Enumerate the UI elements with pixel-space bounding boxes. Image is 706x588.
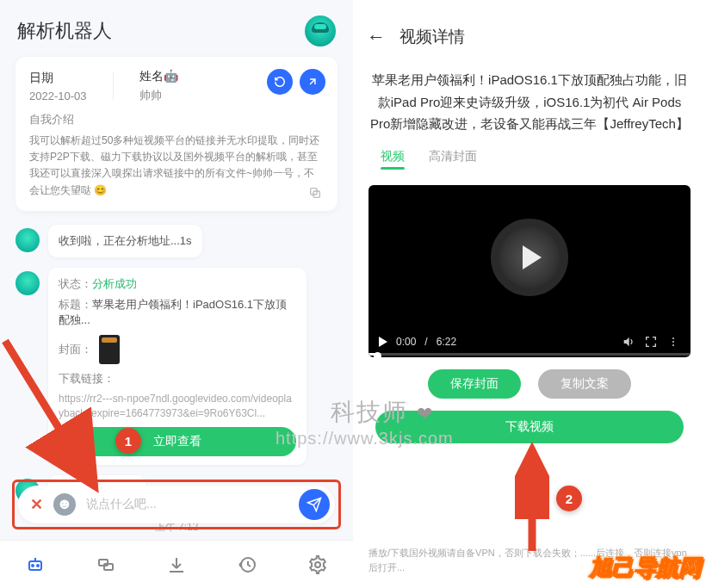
bottom-nav xyxy=(0,540,353,588)
message-input[interactable]: 说点什么吧... xyxy=(86,497,288,512)
play-button-large[interactable] xyxy=(491,219,568,296)
share-button[interactable] xyxy=(300,69,325,95)
status-value: 分析成功 xyxy=(92,277,137,290)
bot-message-result: 状态：分析成功 标题：苹果老用户领福利！iPadOS16.1下放顶配独... 封… xyxy=(48,268,307,466)
video-progress-thumb[interactable] xyxy=(374,352,381,357)
copy-icon[interactable] xyxy=(308,186,322,200)
left-pane-chatbot: 解析机器人 日期 2022-10-03 姓名🤖 帅帅 自我介绍 我可以解析超过5… xyxy=(0,0,353,588)
video-progress[interactable] xyxy=(368,353,691,356)
download-url: https://rr2---sn-npoe7ndl.googlevideo.co… xyxy=(59,392,296,421)
chat-title: 解析机器人 xyxy=(17,18,112,44)
action-buttons: 保存封面 复制文案 xyxy=(353,369,706,399)
bot-avatar-small xyxy=(15,271,40,295)
emoji-icon[interactable] xyxy=(53,493,76,516)
right-pane-video-detail: ← 视频详情 苹果老用户领福利！iPadOS16.1下放顶配独占功能，旧款iPa… xyxy=(353,0,706,588)
divider xyxy=(113,71,114,101)
play-icon-small[interactable] xyxy=(379,337,387,347)
bot-avatar-small xyxy=(15,228,40,252)
fullscreen-icon[interactable] xyxy=(644,335,658,349)
tab-download[interactable] xyxy=(141,541,212,588)
message-row: 收到啦，正在分析地址...1s xyxy=(0,220,353,263)
bot-avatar[interactable] xyxy=(305,15,336,46)
send-button[interactable] xyxy=(299,489,330,520)
svg-point-8 xyxy=(315,562,320,567)
more-icon[interactable] xyxy=(666,335,680,349)
cover-label: 封面： xyxy=(59,342,92,357)
play-icon xyxy=(523,245,542,269)
tab-transfer[interactable] xyxy=(71,541,141,588)
tab-settings[interactable] xyxy=(282,541,353,588)
message-input-bar: ✕ 说点什么吧... xyxy=(18,486,335,523)
tab-history[interactable] xyxy=(212,541,282,588)
vpn-notice: 播放/下载国外视频请自备VPN，否则下载会失败；......后连接，否则连接vp… xyxy=(353,546,706,574)
message-row: 状态：分析成功 标题：苹果老用户领福利！iPadOS16.1下放顶配独... 封… xyxy=(0,263,353,471)
input-highlight: ✕ 说点什么吧... xyxy=(12,480,341,529)
video-title-text: 苹果老用户领福利！iPadOS16.1下放顶配独占功能，旧款iPad Pro迎来… xyxy=(353,59,706,149)
name-label: 姓名🤖 xyxy=(139,69,178,84)
download-video-button[interactable]: 下载视频 xyxy=(375,411,684,443)
tab-hd-cover[interactable]: 高清封面 xyxy=(429,149,477,170)
svg-point-4 xyxy=(37,565,39,566)
detail-header: ← 视频详情 xyxy=(353,0,706,59)
video-player[interactable]: 0:00 / 6:22 xyxy=(368,185,691,357)
back-icon[interactable]: ← xyxy=(367,26,386,48)
tab-video[interactable]: 视频 xyxy=(381,149,405,170)
status-label: 状态： xyxy=(59,277,92,290)
title-label: 标题： xyxy=(59,298,92,311)
video-time-current: 0:00 xyxy=(396,336,416,348)
bot-message-analyzing: 收到啦，正在分析地址...1s xyxy=(48,225,202,257)
video-time-total: 6:22 xyxy=(437,336,456,348)
title-value: 苹果老用户领福利！iPadOS16.1下放顶配独... xyxy=(59,298,287,326)
svg-point-9 xyxy=(672,337,674,339)
save-cover-button[interactable]: 保存封面 xyxy=(428,369,521,399)
svg-point-11 xyxy=(672,344,674,346)
svg-point-3 xyxy=(32,565,34,566)
profile-card: 日期 2022-10-03 姓名🤖 帅帅 自我介绍 我可以解析超过50多种短视频… xyxy=(15,57,338,211)
svg-point-10 xyxy=(672,341,674,343)
time-sep: / xyxy=(424,336,427,348)
volume-icon[interactable] xyxy=(622,335,635,349)
tab-robot[interactable] xyxy=(0,541,71,588)
download-link-label: 下载链接： xyxy=(59,372,115,385)
page-title: 视频详情 xyxy=(399,26,465,48)
name-value: 帅帅 xyxy=(139,88,178,103)
view-now-button[interactable]: 立即查看 xyxy=(59,427,296,456)
date-label: 日期 xyxy=(29,71,87,86)
self-intro-body: 我可以解析超过50多种短视频平台的链接并无水印提取，同时还支持P2P下载、磁力下… xyxy=(29,133,324,199)
refresh-button[interactable] xyxy=(267,69,293,95)
chat-header: 解析机器人 xyxy=(0,0,353,57)
date-value: 2022-10-03 xyxy=(29,90,87,102)
annotation-marker-2: 2 xyxy=(556,486,582,511)
detail-tabs: 视频 高清封面 xyxy=(353,149,706,178)
close-icon[interactable]: ✕ xyxy=(30,495,43,514)
copy-text-button[interactable]: 复制文案 xyxy=(538,369,631,399)
cover-thumbnail[interactable] xyxy=(99,335,120,364)
annotation-marker-1: 1 xyxy=(115,428,141,454)
self-intro-label: 自我介绍 xyxy=(29,112,324,127)
